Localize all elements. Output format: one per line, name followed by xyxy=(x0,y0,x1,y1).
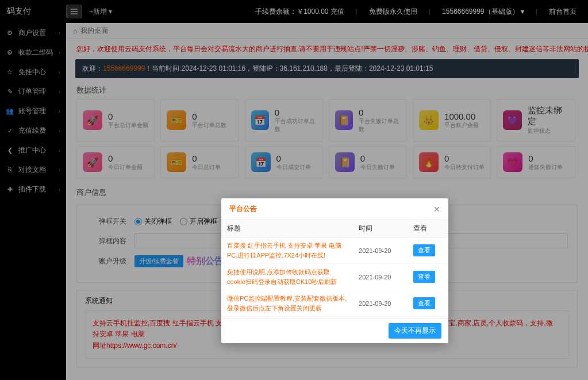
announce-title[interactable]: 百度搜 红手指云手机 支持安卓 苹果 电脑PC,进行挂APP监控,7X24小时在… xyxy=(221,237,353,264)
modal-title: 平台公告 xyxy=(229,204,433,214)
table-row: 微信PC监控端配置教程,安装配套微信版本,登录微信后点左下角设置关闭更新2021… xyxy=(221,290,448,317)
announce-time: 2021-09-20 xyxy=(353,237,408,264)
announce-time: 2021-09-20 xyxy=(353,264,408,290)
table-row: 免挂使用说明,点添加传收款码点获取cookie扫码登录自动获取CK10秒后刷新2… xyxy=(221,264,448,290)
close-icon[interactable]: ✕ xyxy=(433,205,440,214)
announce-time: 2021-09-20 xyxy=(353,290,408,317)
view-button[interactable]: 查看 xyxy=(413,244,435,256)
announce-title[interactable]: 免挂使用说明,点添加传收款码点获取cookie扫码登录自动获取CK10秒后刷新 xyxy=(221,264,353,290)
view-button[interactable]: 查看 xyxy=(413,297,435,309)
col-view: 查看 xyxy=(408,220,448,237)
view-button[interactable]: 查看 xyxy=(413,271,435,283)
col-title: 标题 xyxy=(221,220,353,237)
dont-show-today-button[interactable]: 今天不再显示 xyxy=(389,323,441,339)
col-time: 时间 xyxy=(353,220,408,237)
table-row: 百度搜 红手指云手机 支持安卓 苹果 电脑PC,进行挂APP监控,7X24小时在… xyxy=(221,237,448,264)
announce-title[interactable]: 微信PC监控端配置教程,安装配套微信版本,登录微信后点左下角设置关闭更新 xyxy=(221,290,353,317)
announcement-modal: 平台公告 ✕ 标题 时间 查看 百度搜 红手指云手机 支持安卓 苹果 电脑PC,… xyxy=(221,198,448,343)
